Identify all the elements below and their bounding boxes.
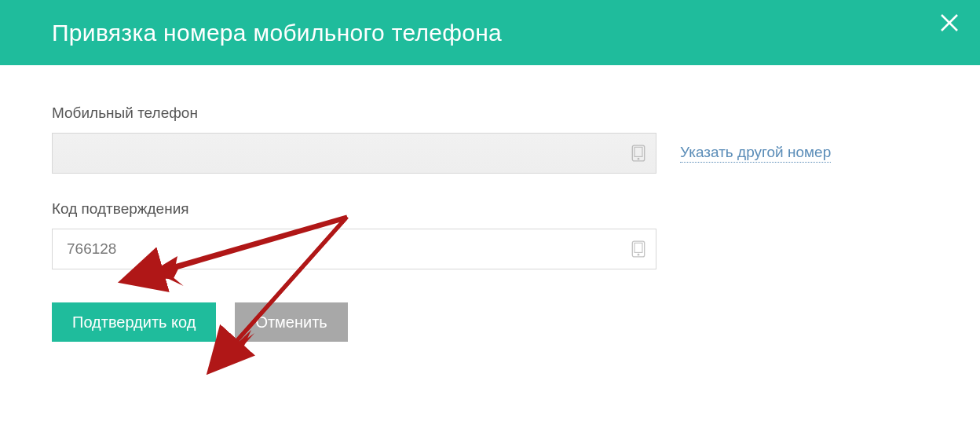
phone-icon <box>631 240 645 258</box>
phone-label: Мобильный телефон <box>52 104 928 122</box>
code-field-group: Код подтверждения <box>52 200 928 269</box>
code-row <box>52 229 928 269</box>
code-input[interactable] <box>52 229 656 269</box>
phone-input-wrap <box>52 133 656 174</box>
svg-point-4 <box>638 158 640 160</box>
phone-input[interactable] <box>52 133 656 174</box>
close-button[interactable] <box>938 11 961 35</box>
confirm-button[interactable]: Подтвердить код <box>52 302 216 342</box>
svg-rect-6 <box>634 243 642 252</box>
modal-header: Привязка номера мобильного телефона <box>0 0 980 65</box>
phone-row: Указать другой номер <box>52 133 928 174</box>
cancel-button[interactable]: Отменить <box>235 302 347 342</box>
modal-title: Привязка номера мобильного телефона <box>52 20 502 46</box>
close-icon <box>939 13 960 33</box>
change-number-link[interactable]: Указать другой номер <box>680 144 831 163</box>
code-input-wrap <box>52 229 656 269</box>
phone-icon <box>631 145 645 162</box>
button-row: Подтвердить код Отменить <box>52 302 928 342</box>
svg-point-7 <box>638 254 640 256</box>
code-label: Код подтверждения <box>52 200 928 218</box>
modal-body: Мобильный телефон Указать другой номер К… <box>0 65 980 342</box>
phone-field-group: Мобильный телефон Указать другой номер <box>52 104 928 174</box>
svg-rect-3 <box>634 147 642 156</box>
